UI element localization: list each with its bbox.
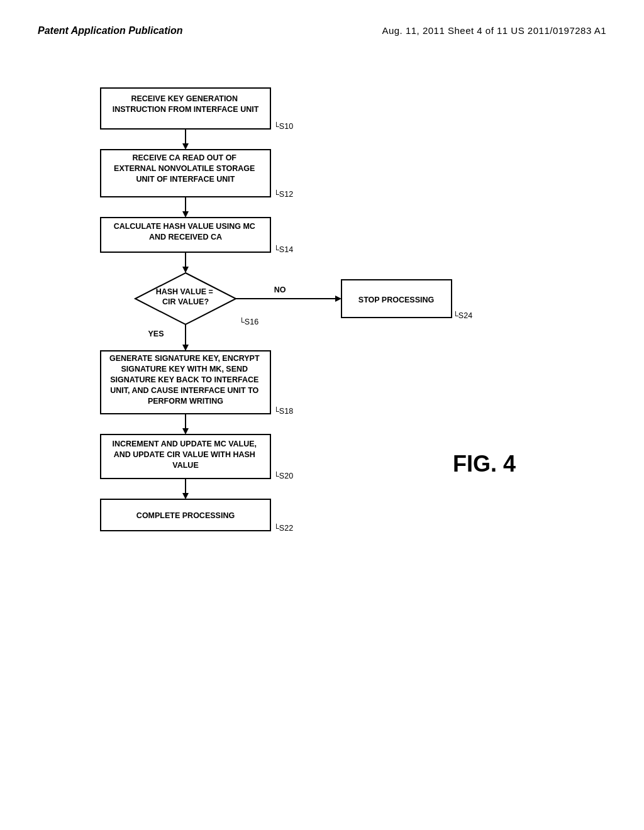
header: Patent Application Publication Aug. 11, … <box>0 0 644 49</box>
no-label: NO <box>274 285 286 294</box>
svg-marker-13 <box>182 493 189 499</box>
publication-label: Patent Application Publication <box>38 25 183 36</box>
yes-label: YES <box>148 329 164 338</box>
step-s20-label: └S20 <box>274 471 293 480</box>
step-s12-label: └S12 <box>274 189 293 199</box>
svg-marker-9 <box>182 345 189 351</box>
svg-marker-1 <box>182 143 189 150</box>
svg-marker-11 <box>182 428 189 434</box>
svg-marker-3 <box>182 211 189 218</box>
step-s22-label: └S22 <box>274 523 293 533</box>
page: Patent Application Publication Aug. 11, … <box>0 0 644 830</box>
step-s10-label: └S10 <box>274 121 293 131</box>
step-s16-label: └S16 <box>239 317 258 326</box>
step-s24-text: STOP PROCESSING <box>358 296 434 304</box>
step-s24-label: └S24 <box>453 311 472 320</box>
step-s14-label: └S14 <box>274 245 293 254</box>
step-s18-label: └S18 <box>274 406 293 416</box>
svg-marker-5 <box>182 267 189 273</box>
publication-info: Aug. 11, 2011 Sheet 4 of 11 US 2011/0197… <box>382 25 606 36</box>
flowchart-svg: RECEIVE KEY GENERATION INSTRUCTION FROM … <box>0 63 644 817</box>
fig-label: FIG. 4 <box>453 451 516 477</box>
svg-marker-7 <box>335 296 341 302</box>
step-s22-text: COMPLETE PROCESSING <box>136 511 235 520</box>
